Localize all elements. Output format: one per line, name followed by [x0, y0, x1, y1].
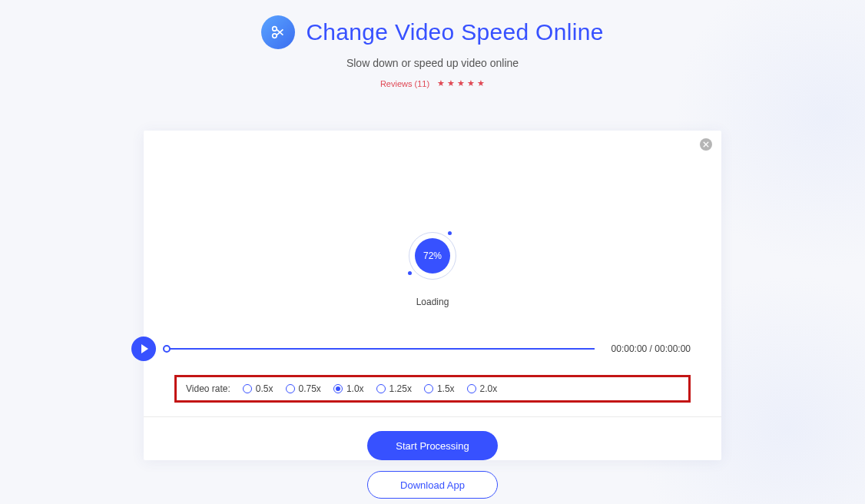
page-subtitle: Slow down or speed up video online [346, 57, 519, 69]
play-button[interactable] [131, 337, 156, 361]
rate-option-label: 1.0x [346, 383, 364, 394]
rate-option-label: 0.5x [256, 383, 273, 394]
editor-panel: 72% Loading 00:00:00 / 00:00:00 Video ra… [144, 131, 721, 460]
rate-option-1-0x[interactable]: 1.0x [333, 383, 364, 394]
radio-icon [333, 384, 343, 393]
rate-option-label: 1.5x [437, 383, 455, 394]
seek-thumb[interactable] [163, 345, 171, 353]
star-rating: ★★★★★ [437, 78, 485, 88]
radio-icon [376, 384, 386, 393]
rate-option-0-75x[interactable]: 0.75x [286, 383, 321, 394]
rate-option-0-5x[interactable]: 0.5x [243, 383, 273, 394]
close-button[interactable] [700, 138, 712, 151]
play-icon [141, 344, 148, 353]
rate-option-1-25x[interactable]: 1.25x [376, 383, 412, 394]
reviews-link[interactable]: Reviews (11) ★★★★★ [380, 78, 485, 88]
video-preview: 72% Loading [144, 131, 721, 323]
rate-option-1-5x[interactable]: 1.5x [424, 383, 455, 394]
radio-icon [467, 384, 476, 393]
loading-label: Loading [416, 297, 449, 307]
seek-track[interactable] [167, 348, 595, 350]
radio-icon [243, 384, 252, 393]
time-display: 00:00:00 / 00:00:00 [611, 343, 691, 354]
star-icon: ★ [447, 78, 455, 88]
radio-icon [286, 384, 295, 393]
start-processing-button[interactable]: Start Processing [367, 431, 498, 460]
loading-spinner: 72% [409, 232, 456, 280]
star-icon: ★ [467, 78, 475, 88]
logo-icon [261, 15, 295, 49]
star-icon: ★ [477, 78, 485, 88]
star-icon: ★ [437, 78, 445, 88]
video-rate-group: Video rate: 0.5x0.75x1.0x1.25x1.5x2.0x [186, 383, 679, 394]
rate-option-label: 1.25x [389, 383, 412, 394]
rate-option-label: 2.0x [480, 383, 498, 394]
svg-point-1 [273, 27, 277, 32]
download-app-button[interactable]: Download App [367, 471, 498, 499]
progress-percent: 72% [415, 238, 450, 274]
rate-option-2-0x[interactable]: 2.0x [467, 383, 498, 394]
rate-label: Video rate: [186, 383, 230, 394]
svg-point-0 [273, 34, 277, 38]
star-icon: ★ [457, 78, 465, 88]
radio-icon [424, 384, 433, 393]
reviews-label: Reviews (11) [380, 79, 429, 88]
page-title: Change Video Speed Online [306, 19, 603, 45]
rate-option-label: 0.75x [299, 383, 321, 394]
rate-highlight-box: Video rate: 0.5x0.75x1.0x1.25x1.5x2.0x [174, 375, 691, 403]
